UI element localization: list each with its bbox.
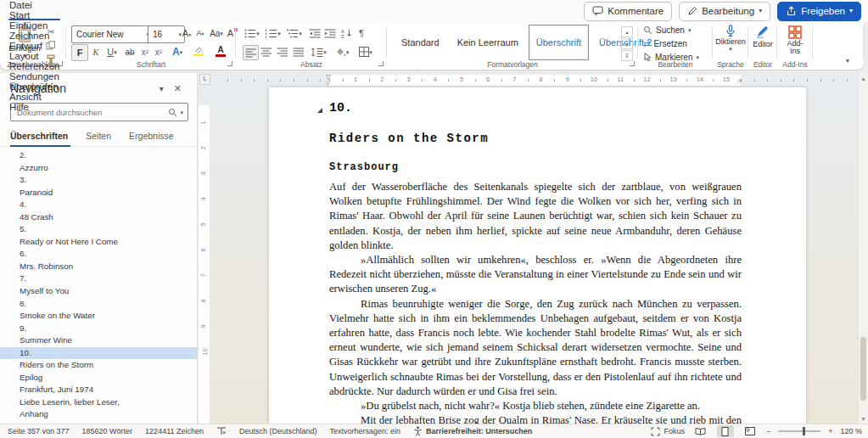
read-mode-button[interactable]: [692, 425, 709, 437]
navigation-heading-item[interactable]: 4.: [0, 199, 197, 211]
comments-button[interactable]: Kommentare: [584, 2, 672, 21]
shrink-font-button[interactable]: A▾: [193, 25, 207, 41]
right-indent-marker[interactable]: ⌂: [737, 78, 742, 85]
ribbon-tab[interactable]: Sendungen: [0, 71, 69, 81]
navigation-tab[interactable]: Seiten: [86, 127, 120, 146]
document-page[interactable]: 10. Riders on the Storm Strasbourg Auf d…: [269, 87, 806, 424]
navigation-heading-item[interactable]: 7.: [0, 272, 197, 285]
style-gallery-item[interactable]: Kein Leerraum: [450, 25, 526, 60]
strikethrough-button[interactable]: ab: [122, 44, 137, 59]
navigation-heading-item[interactable]: Riders on the Storm: [0, 359, 197, 372]
superscript-button[interactable]: x2: [152, 44, 165, 59]
vertical-scrollbar[interactable]: ▲ ▼: [858, 73, 868, 424]
ribbon-tab[interactable]: Hilfe: [0, 102, 69, 112]
navigation-heading-item[interactable]: Liebe Leserin, lieber Leser,: [0, 396, 197, 409]
navigation-heading-item[interactable]: Azzurro: [0, 162, 197, 175]
body-paragraph[interactable]: Auf der Wasseroberfläche des Seitenkanal…: [329, 180, 742, 253]
numbering-button[interactable]: ▾: [264, 26, 283, 40]
navigation-heading-item[interactable]: Epilog: [0, 372, 197, 385]
navigation-heading-item[interactable]: 3.: [0, 174, 197, 187]
navigation-close-icon[interactable]: ✕: [169, 83, 187, 94]
find-button[interactable]: Suchen▾: [643, 25, 691, 35]
focus-mode-button[interactable]: Fokus: [651, 427, 685, 436]
styles-scroll-up-button[interactable]: ▴: [621, 26, 633, 37]
italic-button[interactable]: K: [89, 44, 103, 59]
ribbon-tab[interactable]: Einfügen: [0, 20, 69, 31]
shading-button[interactable]: ▾: [332, 45, 352, 59]
navigation-heading-item[interactable]: Frankfurt, Juni 1974: [0, 384, 197, 396]
navigation-heading-item[interactable]: 9.: [0, 323, 197, 335]
document-content[interactable]: 10. Riders on the Storm Strasbourg Auf d…: [329, 87, 742, 424]
web-layout-button[interactable]: [742, 425, 759, 437]
styles-dialog-launcher[interactable]: [630, 61, 635, 66]
heading-collapse-icon[interactable]: [317, 108, 322, 113]
sort-button[interactable]: AZ: [339, 26, 354, 40]
navigation-heading-item[interactable]: 8.: [0, 298, 197, 311]
proofing-status-icon[interactable]: [216, 427, 227, 435]
ribbon-tab[interactable]: Entwurf: [0, 41, 69, 51]
zoom-out-button[interactable]: −: [766, 427, 770, 435]
ribbon-tab[interactable]: Überprüfen: [0, 81, 69, 92]
scroll-down-icon[interactable]: ▼: [859, 416, 868, 422]
collapse-ribbon-button[interactable]: ▾: [842, 56, 854, 65]
style-gallery-item[interactable]: Überschrift: [529, 25, 589, 60]
editor-button[interactable]: Editor: [748, 25, 777, 48]
tab-stop-selector[interactable]: L: [199, 74, 210, 85]
accessibility-checker[interactable]: Barrierefreiheit: Untersuchen: [413, 426, 532, 436]
addins-button[interactable]: Add- Ins: [777, 25, 813, 55]
navigation-heading-item[interactable]: Mrs. Robinson: [0, 261, 197, 273]
hanging-indent-marker[interactable]: ⌂: [326, 80, 330, 87]
text-predictions-indicator[interactable]: Textvorhersagen: ein: [330, 427, 401, 435]
borders-button[interactable]: ▾: [355, 45, 377, 59]
ribbon-tab[interactable]: Ansicht: [0, 92, 69, 102]
navigation-heading-item[interactable]: Anhang: [0, 408, 197, 421]
page-indicator[interactable]: Seite 357 von 377: [8, 427, 70, 435]
ribbon-tab[interactable]: Zeichnen: [0, 31, 69, 41]
subscript-button[interactable]: x2: [138, 44, 152, 59]
character-count[interactable]: 1224411 Zeichen: [145, 427, 204, 435]
navigation-heading-item[interactable]: 48 Crash: [0, 211, 197, 224]
font-name-combo[interactable]: Courier New ▾: [71, 25, 153, 43]
pilcrow-button[interactable]: ¶: [356, 26, 367, 40]
bold-button[interactable]: F: [71, 44, 88, 61]
font-color-button[interactable]: A: [210, 42, 231, 59]
align-right-button[interactable]: [275, 45, 289, 59]
justify-button[interactable]: [291, 45, 305, 59]
ribbon-tab[interactable]: Referenzen: [0, 61, 69, 71]
font-dialog-launcher[interactable]: [227, 61, 232, 66]
chapter-heading[interactable]: 10.: [329, 100, 742, 116]
align-center-button[interactable]: [259, 45, 273, 59]
change-case-button[interactable]: Aa▾: [208, 25, 225, 41]
navigation-heading-item[interactable]: Paranoid: [0, 187, 197, 199]
navigation-tab[interactable]: Ergebnisse: [129, 127, 183, 146]
word-count[interactable]: 185620 Wörter: [82, 427, 133, 435]
zoom-slider[interactable]: [778, 430, 820, 432]
dictate-button[interactable]: Diktieren ▾: [713, 25, 748, 52]
zoom-slider-thumb[interactable]: [803, 427, 805, 435]
navigation-heading-item[interactable]: Myself to You: [0, 285, 197, 298]
replace-button[interactable]: ⇄ Ersetzen: [643, 39, 687, 48]
navigation-options-chevron-icon[interactable]: ▾: [154, 84, 169, 93]
body-paragraph[interactable]: »Allmählich sollten wir umkehren«, besch…: [329, 253, 742, 297]
text-effects-button[interactable]: A▾: [168, 44, 187, 59]
grow-font-button[interactable]: A▴: [180, 25, 193, 41]
horizontal-ruler[interactable]: 123456789101112131415 ▽ ⌂ ⌂: [210, 75, 859, 86]
navigation-heading-item[interactable]: 10.: [0, 347, 197, 360]
editing-mode-button[interactable]: Bearbeitung ▾: [679, 2, 770, 21]
navigation-heading-item[interactable]: 6.: [0, 248, 197, 261]
underline-button[interactable]: U▾: [103, 44, 121, 59]
align-left-button[interactable]: [243, 45, 259, 60]
styles-scroll-down-button[interactable]: ▾: [621, 38, 633, 49]
decrease-indent-button[interactable]: [307, 26, 322, 40]
multilevel-list-button[interactable]: ▾: [285, 26, 304, 40]
search-options-chevron-icon[interactable]: ▾: [180, 110, 183, 115]
increase-indent-button[interactable]: [322, 26, 337, 40]
body-paragraph[interactable]: »Du grübelst nach, nicht wahr?« Kostja b…: [329, 399, 742, 413]
navigation-heading-item[interactable]: Ready or Not Here I Come: [0, 236, 197, 249]
language-indicator[interactable]: Deutsch (Deutschland): [239, 427, 317, 435]
paragraph-dialog-launcher[interactable]: [378, 61, 384, 66]
ribbon-tab[interactable]: Start: [0, 10, 69, 20]
navigation-heading-item[interactable]: 5.: [0, 223, 197, 236]
vertical-ruler[interactable]: 12345678910: [199, 87, 210, 424]
scroll-up-icon[interactable]: ▲: [859, 76, 868, 81]
